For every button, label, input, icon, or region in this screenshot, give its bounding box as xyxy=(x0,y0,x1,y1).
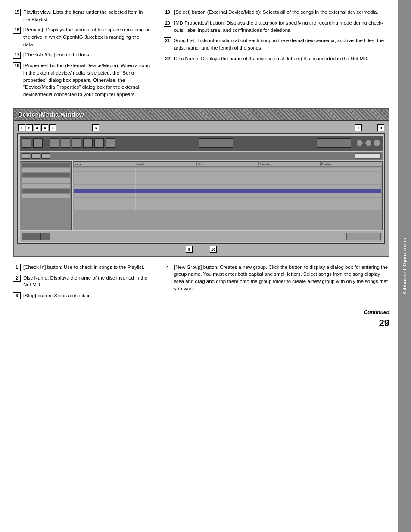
table-row-selected xyxy=(74,189,381,193)
bottom-right-col: 4 [New Group] button: Creates a new grou… xyxy=(164,264,389,303)
bottom-item-text-2: Disc Name: Displays the name of the disc… xyxy=(23,274,151,289)
toolbar-icon-3 xyxy=(50,138,59,148)
toolbar-dropdown-2[interactable] xyxy=(317,138,351,148)
sec-toolbar-btn-2[interactable] xyxy=(31,153,40,159)
toolbar-icon-7 xyxy=(94,138,104,148)
item-text-20: [MD Properties] button: Displays the dia… xyxy=(174,19,389,34)
device-media-section: Device/Media window 1 2 3 4 5 6 7 xyxy=(13,108,389,257)
toolbar-icon-2 xyxy=(33,138,43,148)
table-row xyxy=(74,206,381,210)
item-text-18: [Properties] button (External Device/Med… xyxy=(23,62,151,98)
right-sidebar: Advanced Operations xyxy=(398,0,411,532)
table-row xyxy=(74,180,381,184)
num-box-3: 3 xyxy=(34,124,40,131)
num-box-5: 5 xyxy=(49,124,56,131)
col-checking: Checking xyxy=(259,162,320,166)
bottom-scrollbar[interactable] xyxy=(346,233,381,240)
toolbar-icon-4 xyxy=(61,138,70,148)
item-number-21: 21 xyxy=(164,37,171,44)
toolbar-circle-2 xyxy=(365,140,372,146)
panel-row xyxy=(22,163,70,167)
col-name: Name xyxy=(74,162,135,166)
num-right: 7 8 xyxy=(355,124,384,131)
bottom-item-text-3: [Stop] button: Stops a check-in. xyxy=(23,292,92,299)
item-18: 18 [Properties] button (External Device/… xyxy=(13,62,151,98)
table-row xyxy=(74,185,381,189)
bottom-item-2: 2 Disc Name: Displays the name of the di… xyxy=(13,274,151,289)
table-row xyxy=(74,193,381,197)
main-toolbar xyxy=(20,136,383,151)
item-text-21: Song List: Lists information about each … xyxy=(174,37,389,51)
item-number-15: 15 xyxy=(13,9,21,16)
item-17: 17 [Check-In/Out] control buttons xyxy=(13,51,151,59)
bottom-item-4: 4 [New Group] button: Creates a new grou… xyxy=(164,264,389,292)
panel-row xyxy=(22,184,70,188)
item-text-15: Playlist view: Lists the items under the… xyxy=(23,9,151,23)
item-21: 21 Song List: Lists information about ea… xyxy=(164,37,389,51)
col-type: Type xyxy=(197,162,258,166)
item-19: 19 [Select] button (External Device/Medi… xyxy=(164,9,389,16)
toolbar-icon-6 xyxy=(83,138,93,148)
right-column: 19 [Select] button (External Device/Medi… xyxy=(164,9,389,102)
song-list-panel: Name Length Type Checking Date/No xyxy=(73,161,383,230)
bottom-btn-1[interactable] xyxy=(22,233,31,240)
col-date: Date/No xyxy=(321,162,382,166)
bottom-item-text-4: [New Group] button: Creates a new group.… xyxy=(174,264,389,292)
toolbar-circle-3 xyxy=(374,140,380,146)
num-box-6: 6 xyxy=(92,124,99,131)
num-boxes-top: 1 2 3 4 5 6 xyxy=(18,124,99,131)
num-box-9: 9 xyxy=(186,246,193,253)
panel-row xyxy=(22,173,70,177)
table-rows xyxy=(73,167,382,212)
item-number-17: 17 xyxy=(13,52,21,59)
sec-toolbar-btn-3[interactable] xyxy=(41,153,50,159)
bottom-left-col: 1 [Check-In] button: Use to check in son… xyxy=(13,264,151,303)
window-top-row: 1 2 3 4 5 6 7 8 xyxy=(17,124,385,131)
item-22: 22 Disc Name: Displays the name of the d… xyxy=(164,55,389,62)
bottom-item-number-2: 2 xyxy=(13,275,21,282)
item-text-22: Disc Name: Displays the name of the disc… xyxy=(174,55,369,62)
sec-toolbar-input[interactable] xyxy=(355,153,381,159)
toolbar-circle-1 xyxy=(356,140,363,146)
num-box-8: 8 xyxy=(377,124,384,131)
bottom-section: 1 [Check-In] button: Use to check in son… xyxy=(13,264,389,303)
bottom-labels-row: 9 10 xyxy=(17,246,385,253)
table-row xyxy=(74,168,381,171)
sec-toolbar-btn-1[interactable] xyxy=(22,153,30,159)
toolbar-icon-1 xyxy=(22,138,31,148)
window-title: Device/Media window xyxy=(14,109,389,121)
item-text-17: [Check-In/Out] control buttons xyxy=(23,51,89,59)
toolbar-icon-5 xyxy=(72,138,81,148)
bottom-item-number-4: 4 xyxy=(164,264,171,271)
bottom-btn-3[interactable] xyxy=(40,233,50,240)
num-box-2: 2 xyxy=(26,124,33,131)
window-body: Name Length Type Checking Date/No xyxy=(20,161,383,230)
item-16: 16 [Remain]: Displays the amount of free… xyxy=(13,26,151,48)
item-number-22: 22 xyxy=(164,56,171,62)
item-number-16: 16 xyxy=(13,27,21,34)
bottom-item-3: 3 [Stop] button: Stops a check-in. xyxy=(13,292,151,299)
main-content: 15 Playlist view: Lists the items under … xyxy=(0,0,398,532)
item-number-20: 20 xyxy=(164,20,171,27)
toolbar-dropdown[interactable] xyxy=(199,138,233,148)
num-box-4: 4 xyxy=(41,124,48,131)
table-row xyxy=(74,176,381,180)
top-section: 15 Playlist view: Lists the items under … xyxy=(13,9,389,102)
panel-row xyxy=(22,178,70,183)
panel-row xyxy=(22,194,70,198)
table-row xyxy=(74,172,381,176)
item-text-16: [Remain]: Displays the amount of free sp… xyxy=(23,26,151,48)
num-box-7: 7 xyxy=(355,124,362,131)
num-box-10: 10 xyxy=(210,246,217,253)
bottom-controls xyxy=(20,231,383,242)
page-container: 15 Playlist view: Lists the items under … xyxy=(0,0,411,532)
bottom-btn-2[interactable] xyxy=(31,233,40,240)
left-panel xyxy=(20,161,72,230)
toolbar-icon-8 xyxy=(106,138,115,148)
bottom-item-number-1: 1 xyxy=(13,264,21,271)
secondary-toolbar xyxy=(20,152,383,160)
item-15: 15 Playlist view: Lists the items under … xyxy=(13,9,151,23)
continued-label: Continued xyxy=(13,309,389,315)
table-header: Name Length Type Checking Date/No xyxy=(73,162,382,167)
item-text-19: [Select] button (External Device/Media):… xyxy=(174,9,378,16)
